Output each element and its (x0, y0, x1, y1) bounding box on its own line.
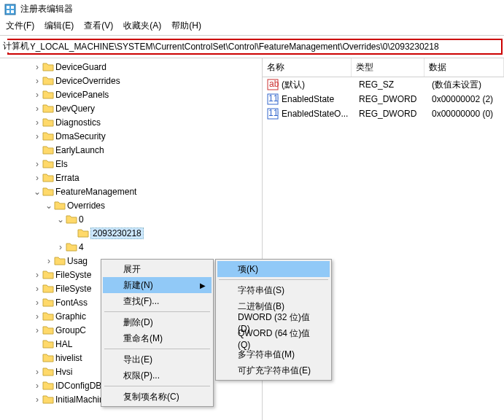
address-input[interactable] (7, 39, 503, 55)
ctx-new-key[interactable]: 项(K) (217, 261, 330, 277)
chevron-right-icon[interactable]: › (32, 298, 42, 307)
folder-icon (42, 158, 54, 170)
value-row-default[interactable]: ab (默认) REG_SZ (数值未设置) (263, 77, 504, 92)
ctx-delete[interactable]: 删除(D) (103, 314, 212, 330)
folder-icon (66, 241, 77, 253)
folder-icon (42, 366, 54, 378)
folder-icon (42, 103, 54, 114)
svg-rect-2 (11, 6, 14, 9)
tree-node-0[interactable]: ⌄0 (0, 212, 262, 226)
tree-node-overrides[interactable]: ⌄Overrides (0, 198, 262, 212)
folder-icon (42, 131, 54, 142)
reg-dword-icon: 110 (267, 93, 279, 105)
chevron-right-icon[interactable]: › (32, 104, 42, 113)
value-row-enabledstateoptions[interactable]: 110 EnabledStateO... REG_DWORD 0x0000000… (263, 106, 504, 121)
separator (219, 279, 328, 280)
ctx-new-multistring[interactable]: 多字符串值(M) (217, 346, 330, 362)
folder-icon (42, 75, 54, 87)
regedit-icon (4, 4, 16, 15)
chevron-right-icon[interactable]: › (32, 63, 42, 71)
ctx-find[interactable]: 查找(F)... (103, 293, 212, 309)
folder-icon (54, 255, 66, 267)
context-menu: 展开 新建(N)▶ 查找(F)... 删除(D) 重命名(M) 导出(E) 权限… (101, 259, 214, 407)
folder-icon (42, 311, 54, 322)
titlebar: 注册表编辑器 (0, 0, 504, 18)
tree-node-errata[interactable]: ›Errata (0, 171, 262, 184)
folder-icon (42, 283, 54, 295)
separator (104, 386, 210, 386)
chevron-right-icon[interactable]: › (32, 90, 42, 99)
tree-node-deviceoverrides[interactable]: ›DeviceOverrides (0, 74, 262, 88)
ctx-new-qword[interactable]: QWORD (64 位)值(Q) (217, 330, 330, 346)
chevron-down-icon[interactable]: ⌄ (44, 201, 54, 210)
chevron-right-icon[interactable]: › (32, 312, 42, 321)
tree-node-devicepanels[interactable]: ›DevicePanels (0, 88, 262, 101)
chevron-right-icon[interactable]: › (32, 174, 42, 182)
svg-text:ab: ab (269, 79, 279, 89)
reg-sz-icon: ab (267, 79, 279, 90)
chevron-right-icon[interactable]: › (32, 160, 42, 168)
col-name[interactable]: 名称 (263, 58, 352, 77)
address-label: 计算机 (1, 40, 31, 52)
column-headers[interactable]: 名称 类型 数据 (263, 58, 504, 77)
chevron-right-icon[interactable]: › (32, 77, 42, 85)
menubar: 文件(F) 编辑(E) 查看(V) 收藏夹(A) 帮助(H) (0, 18, 504, 36)
ctx-new-string[interactable]: 字符串值(S) (217, 282, 330, 298)
chevron-right-icon[interactable]: › (32, 271, 42, 279)
chevron-right-icon[interactable]: › (32, 284, 42, 293)
chevron-right-icon[interactable]: › (32, 368, 42, 376)
svg-text:110: 110 (268, 93, 279, 104)
submenu-arrow-icon: ▶ (200, 281, 206, 289)
chevron-right-icon[interactable]: › (32, 118, 42, 127)
tree-node-els[interactable]: ›Els (0, 157, 262, 171)
ctx-copy-key-name[interactable]: 复制项名称(C) (103, 389, 212, 405)
svg-rect-3 (7, 10, 9, 13)
tree-node-devquery[interactable]: ›DevQuery (0, 101, 262, 115)
separator (104, 349, 210, 349)
chevron-right-icon[interactable]: › (32, 326, 42, 335)
menu-help[interactable]: 帮助(H) (171, 20, 201, 32)
svg-rect-4 (11, 10, 14, 13)
col-data[interactable]: 数据 (424, 58, 504, 77)
folder-icon (42, 89, 54, 101)
separator (104, 311, 210, 312)
folder-icon (42, 186, 54, 198)
ctx-new-expandstring[interactable]: 可扩充字符串值(E) (217, 362, 330, 378)
context-submenu-new: 项(K) 字符串值(S) 二进制值(B) DWORD (32 位)值(D) QW… (215, 259, 332, 381)
chevron-down-icon[interactable]: ⌄ (55, 215, 66, 224)
folder-icon (42, 380, 54, 392)
value-row-enabledstate[interactable]: 110 EnabledState REG_DWORD 0x00000002 (2… (263, 92, 504, 106)
chevron-right-icon[interactable]: › (55, 243, 66, 252)
ctx-expand[interactable]: 展开 (103, 261, 212, 277)
menu-view[interactable]: 查看(V) (84, 20, 113, 32)
menu-file[interactable]: 文件(F) (6, 20, 34, 32)
menu-edit[interactable]: 编辑(E) (44, 20, 74, 32)
folder-icon (42, 394, 54, 405)
chevron-down-icon[interactable]: ⌄ (32, 187, 42, 196)
tree-node-featuremanagement[interactable]: ⌄FeatureManagement (0, 184, 262, 198)
tree-node-diagnostics[interactable]: ›Diagnostics (0, 115, 262, 129)
tree-node-dmasecurity[interactable]: ›DmaSecurity (0, 129, 262, 143)
chevron-right-icon[interactable]: › (44, 257, 54, 265)
tree-node-4[interactable]: ›4 (0, 240, 262, 254)
col-type[interactable]: 类型 (352, 58, 424, 77)
folder-icon (54, 200, 66, 211)
ctx-export[interactable]: 导出(E) (103, 351, 212, 368)
ctx-rename[interactable]: 重命名(M) (103, 330, 212, 346)
window-title: 注册表编辑器 (20, 3, 73, 15)
address-bar: 计算机 (0, 36, 504, 58)
ctx-permissions[interactable]: 权限(P)... (103, 368, 212, 384)
chevron-right-icon[interactable]: › (32, 381, 42, 390)
ctx-new[interactable]: 新建(N)▶ (103, 277, 212, 293)
menu-favorites[interactable]: 收藏夹(A) (123, 20, 161, 32)
chevron-right-icon[interactable]: › (32, 132, 42, 141)
svg-text:110: 110 (268, 108, 279, 118)
tree-node-deviceguard[interactable]: ›DeviceGuard (0, 60, 262, 74)
folder-icon (77, 228, 89, 239)
folder-icon (42, 324, 54, 336)
folder-icon (42, 61, 54, 73)
tree-node-2093230218[interactable]: 2093230218 (0, 226, 262, 240)
tree-node-earlylaunch[interactable]: EarlyLaunch (0, 143, 262, 157)
chevron-right-icon[interactable]: › (32, 395, 42, 404)
folder-icon (42, 352, 54, 364)
